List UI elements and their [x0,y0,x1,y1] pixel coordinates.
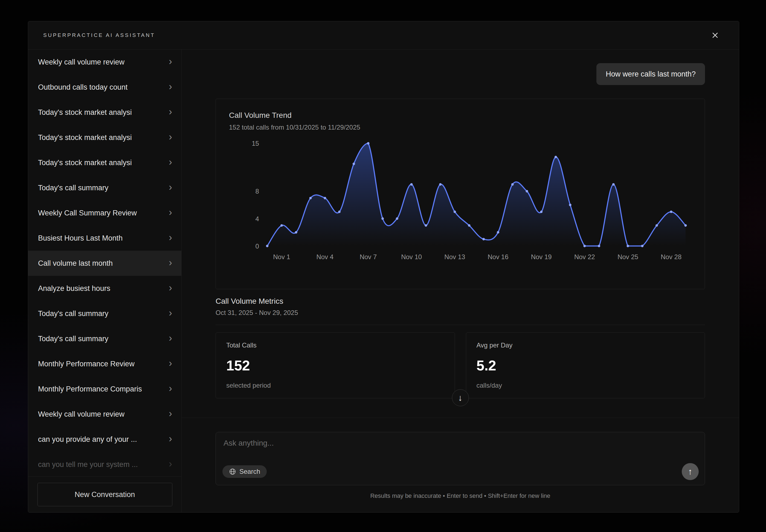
conversation-item-label: Weekly Call Summary Review [38,209,137,217]
window-header: SUPERPRACTICE AI ASSISTANT [28,21,739,49]
chevron-right-icon: › [169,384,172,393]
chevron-right-icon: › [169,459,172,469]
composer-hint: Results may be inaccurate • Enter to sen… [215,492,705,499]
chevron-right-icon: › [169,283,172,293]
conversation-item[interactable]: Today's call summary› [28,175,181,200]
conversation-item[interactable]: Weekly call volume review› [28,402,181,427]
conversation-item-label: Today's call summary [38,184,108,192]
conversation-item[interactable]: Today's stock market analysi› [28,150,181,175]
user-message-bubble: How were calls last month? [596,63,705,85]
conversation-item-label: Today's call summary [38,335,108,343]
window-body: Weekly call volume review›Outbound calls… [28,49,739,512]
conversation-item[interactable]: Outbound calls today count› [28,75,181,100]
svg-text:0: 0 [255,242,259,250]
conversation-item-label: Today's call summary [38,309,108,318]
svg-text:Nov 4: Nov 4 [316,253,333,261]
composer-area: Search ↑ Results may be inaccurate • Ent… [182,418,739,512]
svg-text:Nov 25: Nov 25 [618,253,638,261]
main-area: How were calls last month? Call Volume T… [182,49,739,512]
svg-text:Nov 16: Nov 16 [488,253,509,261]
metric-caption: calls/day [477,382,695,389]
message-input[interactable] [223,439,697,456]
chevron-right-icon: › [169,308,172,318]
message-input-card: Search ↑ [215,432,705,485]
metric-label: Total Calls [226,341,444,349]
chevron-right-icon: › [169,233,172,242]
metric-card: Total Calls152selected period [215,332,455,398]
svg-text:Nov 10: Nov 10 [401,253,422,261]
chevron-right-icon: › [169,82,172,92]
svg-text:8: 8 [255,188,259,195]
conversation-list: Weekly call volume review›Outbound calls… [28,49,181,477]
conversation-item[interactable]: Call volume last month› [28,251,181,276]
metric-value: 152 [226,357,444,374]
arrow-down-icon: ↓ [458,393,463,403]
metrics-divider [215,325,705,325]
metrics-heading: Call Volume Metrics [215,297,705,306]
conversation-item[interactable]: Weekly call volume review› [28,49,181,75]
chevron-right-icon: › [169,358,172,368]
svg-text:Nov 22: Nov 22 [574,253,595,261]
conversation-item[interactable]: can you provide any of your ...› [28,427,181,452]
metric-value: 5.2 [477,357,695,374]
globe-icon [229,468,236,475]
scroll-to-bottom-button[interactable]: ↓ [452,389,469,406]
metric-card: Avg per Day5.2calls/day [466,332,705,398]
sidebar: Weekly call volume review›Outbound calls… [28,49,182,512]
chart-title: Call Volume Trend [229,111,692,120]
conversation-item-label: Weekly call volume review [38,58,124,66]
svg-text:Nov 19: Nov 19 [531,253,552,261]
conversation-item[interactable]: Today's stock market analysi› [28,125,181,150]
user-message-row: How were calls last month? [215,63,705,85]
conversation-item-label: Call volume last month [38,259,113,268]
conversation-item-label: Busiest Hours Last Month [38,234,123,242]
metric-caption: selected period [226,382,444,389]
chart-card: Call Volume Trend 152 total calls from 1… [215,99,705,289]
conversation-item-label: Today's stock market analysi [38,159,132,167]
conversation-item[interactable]: Busiest Hours Last Month› [28,226,181,251]
chevron-right-icon: › [169,207,172,217]
conversation-item[interactable]: Analyze busiest hours› [28,276,181,301]
conversation-item[interactable]: Monthly Performance Comparis› [28,376,181,402]
new-conversation-button[interactable]: New Conversation [37,483,172,506]
conversation-item-label: Today's stock market analysi [38,108,132,117]
conversation-item-label: Analyze busiest hours [38,284,110,293]
input-actions: Search ↑ [222,463,699,480]
chevron-right-icon: › [169,409,172,419]
conversation-item-label: Monthly Performance Review [38,360,135,368]
metric-cards-row: Total Calls152selected periodAvg per Day… [215,332,705,398]
conversation-item[interactable]: Weekly Call Summary Review› [28,200,181,226]
conversation-item[interactable]: Monthly Performance Review› [28,351,181,376]
conversation-item-label: Weekly call volume review [38,410,124,419]
chevron-right-icon: › [169,182,172,192]
conversation-item-label: Outbound calls today count [38,83,127,92]
chevron-right-icon: › [169,157,172,167]
chart-subtitle: 152 total calls from 10/31/2025 to 11/29… [229,124,692,131]
assistant-window: SUPERPRACTICE AI ASSISTANT Weekly call v… [28,21,739,513]
svg-text:Nov 13: Nov 13 [444,253,465,261]
svg-text:Nov 1: Nov 1 [273,253,290,261]
chevron-right-icon: › [169,333,172,343]
conversation-item[interactable]: Today's stock market analysi› [28,100,181,125]
search-button[interactable]: Search [222,465,267,478]
svg-text:Nov 28: Nov 28 [661,253,682,261]
sidebar-footer: New Conversation [28,477,181,512]
metrics-date-range: Oct 31, 2025 - Nov 29, 2025 [215,309,705,317]
app-title: SUPERPRACTICE AI ASSISTANT [43,32,155,38]
conversation-item-label: Today's stock market analysi [38,133,132,142]
send-button[interactable]: ↑ [682,463,699,480]
conversation-item-label: Monthly Performance Comparis [38,385,142,393]
svg-text:Nov 7: Nov 7 [360,253,377,261]
svg-text:4: 4 [255,215,259,223]
chevron-right-icon: › [169,258,172,268]
conversation-item[interactable]: Today's call summary› [28,326,181,351]
close-button[interactable] [709,30,721,41]
svg-text:15: 15 [252,140,259,147]
conversation-item[interactable]: Today's call summary› [28,301,181,326]
conversation-item[interactable]: can you tell me your system ...› [28,452,181,477]
search-button-label: Search [239,468,260,475]
chat-content: How were calls last month? Call Volume T… [182,49,739,418]
arrow-up-icon: ↑ [688,467,692,477]
chevron-right-icon: › [169,57,172,66]
close-icon [711,31,719,39]
